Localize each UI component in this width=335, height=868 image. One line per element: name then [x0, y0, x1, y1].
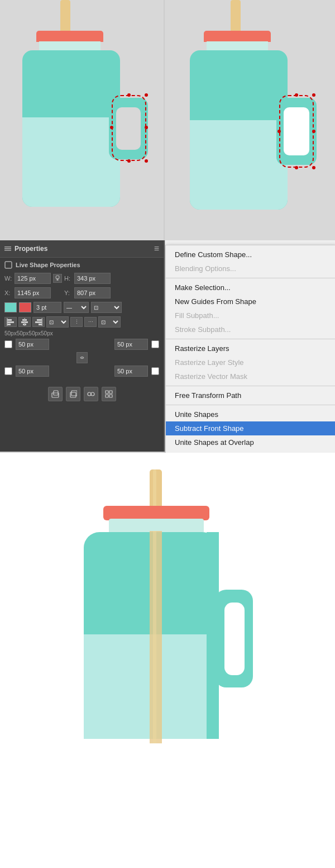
align-center-btn[interactable]: [18, 317, 31, 327]
distribute-select[interactable]: ⊡: [98, 316, 121, 328]
align-select[interactable]: ⊡: [46, 316, 69, 328]
h-label: H:: [64, 275, 72, 282]
menu-rasterize-layers[interactable]: Rasterize Layers: [166, 341, 335, 355]
tl-check[interactable]: [4, 340, 12, 348]
corner-row-1: [0, 338, 164, 351]
canvas-left[interactable]: [0, 0, 165, 240]
align-right-btn[interactable]: [32, 317, 45, 327]
canvas-right[interactable]: [165, 0, 335, 240]
w-label: W:: [4, 275, 12, 282]
distribute-h-btn[interactable]: ⋯: [84, 317, 97, 327]
menu-blending-options: Blending Options...: [166, 262, 335, 276]
svg-rect-6: [7, 319, 12, 321]
sel-dot-rmr: [312, 130, 315, 133]
bottom-buttons: [0, 382, 164, 406]
middle-section: Properties ≡ Live Shape Properties W: H:: [0, 240, 335, 453]
sel-dot-bm: [127, 159, 131, 163]
svg-rect-14: [37, 319, 42, 321]
tr-check[interactable]: [151, 340, 159, 348]
corners-label: 50px50px50px50px: [0, 329, 164, 338]
svg-rect-5: [57, 278, 59, 281]
distribute-v-btn[interactable]: ⋮: [70, 317, 83, 327]
stroke-size-input[interactable]: [34, 302, 61, 313]
svg-rect-3: [5, 262, 12, 268]
menu-subtract-front-shape[interactable]: Subtract Front Shape: [166, 421, 335, 435]
menu-free-transform-path[interactable]: Free Transform Path: [166, 388, 335, 402]
menu-stroke-subpath: Stroke Subpath...: [166, 322, 335, 336]
sel-dot-rml: [277, 130, 281, 133]
stroke-line-select[interactable]: ⊡: [91, 302, 122, 313]
sel-dot-rtr: [312, 93, 315, 97]
panel-drag-icon: [4, 245, 11, 252]
sel-dot-rbr: [312, 166, 315, 169]
panel-menu-btn[interactable]: ≡: [154, 244, 159, 254]
align-row: ⊡ ⋮ ⋯ ⊡: [0, 315, 164, 329]
large-lid-band: [103, 506, 209, 520]
duplicate-btn[interactable]: [66, 387, 80, 401]
sel-dot-rt: [295, 93, 298, 97]
sel-dot-mr: [145, 126, 148, 129]
stroke-swatch[interactable]: [19, 302, 31, 312]
sel-dot-ml: [110, 126, 113, 129]
x-label: X:: [4, 290, 12, 296]
svg-rect-8: [7, 324, 11, 325]
x-input[interactable]: [15, 287, 51, 298]
jar-water-right: [190, 120, 288, 210]
lid-band-left: [36, 31, 103, 42]
menu-sep-1: [166, 278, 335, 278]
svg-rect-24: [106, 391, 108, 393]
panel-title-row: Properties: [4, 245, 47, 253]
align-distribute-btn[interactable]: [102, 387, 116, 401]
svg-point-22: [88, 392, 91, 396]
menu-define-custom-shape[interactable]: Define Custom Shape...: [166, 248, 335, 262]
svg-rect-31: [153, 531, 156, 743]
wh-row: W: H:: [0, 271, 164, 286]
selection-box-left: [112, 95, 146, 161]
sel-dot-top: [127, 93, 131, 97]
new-layer-btn[interactable]: [48, 387, 63, 401]
context-menu-wrapper: Define Custom Shape... Blending Options.…: [165, 240, 335, 452]
w-input[interactable]: [15, 273, 51, 284]
svg-rect-13: [25, 318, 26, 326]
menu-sep-2: [166, 339, 335, 339]
svg-rect-25: [109, 391, 112, 393]
menu-unite-shapes[interactable]: Unite Shapes: [166, 407, 335, 421]
menu-sep-3: [166, 386, 335, 386]
bottom-section: [0, 453, 335, 868]
link-corners-btn[interactable]: [76, 352, 88, 363]
sel-dot-br: [145, 159, 148, 163]
xy-row: X: Y:: [0, 286, 164, 300]
y-input[interactable]: [74, 287, 111, 298]
br-input[interactable]: [114, 366, 148, 377]
menu-sep-4: [166, 405, 335, 405]
svg-rect-1: [4, 248, 11, 249]
sel-dot-tr: [145, 93, 148, 97]
menu-rasterize-vector-mask: Rasterize Vector Mask: [166, 369, 335, 383]
svg-rect-9: [7, 318, 8, 326]
br-check[interactable]: [151, 367, 159, 375]
tr-input[interactable]: [114, 339, 148, 350]
bl-check[interactable]: [4, 367, 12, 375]
panel-title: Properties: [15, 245, 47, 253]
h-input[interactable]: [74, 273, 111, 284]
tl-input[interactable]: [16, 339, 49, 350]
menu-fill-subpath: Fill Subpath...: [166, 309, 335, 322]
bl-input[interactable]: [16, 366, 49, 377]
corner-row-2: [0, 364, 164, 378]
fill-swatch[interactable]: [4, 302, 17, 312]
jar-water-left: [22, 117, 120, 207]
menu-unite-shapes-overlap[interactable]: Unite Shapes at Overlap: [166, 435, 335, 449]
sel-dot-rbm: [295, 166, 298, 169]
selection-box-right: [279, 95, 314, 168]
stroke-type-select[interactable]: —: [64, 302, 89, 313]
link-wh-icon[interactable]: [53, 274, 62, 283]
top-section: [0, 0, 335, 240]
svg-rect-2: [4, 250, 11, 251]
svg-rect-7: [7, 321, 14, 323]
align-left-btn[interactable]: [4, 317, 17, 327]
menu-make-selection[interactable]: Make Selection...: [166, 281, 335, 295]
menu-rasterize-layer-style: Rasterize Layer Style: [166, 355, 335, 369]
merge-btn[interactable]: [84, 387, 98, 401]
menu-new-guides[interactable]: New Guides From Shape: [166, 295, 335, 309]
stroke-row: — ⊡: [0, 300, 164, 315]
